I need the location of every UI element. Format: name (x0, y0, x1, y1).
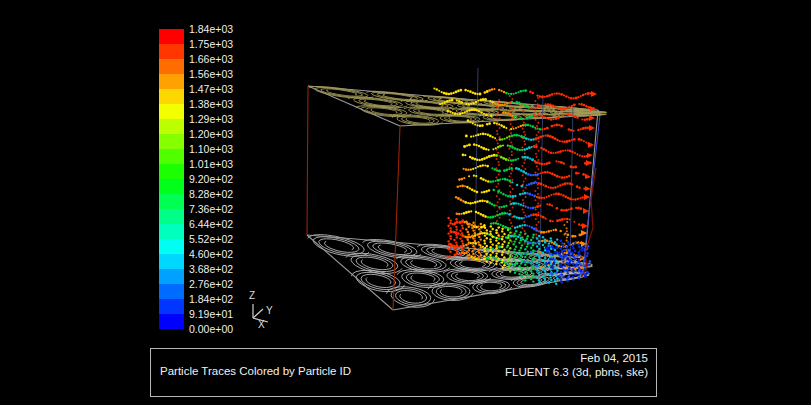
colorbar-band (159, 59, 184, 74)
trace-arrowhead (586, 160, 592, 166)
colorbar (159, 29, 184, 329)
scene-3d-canvas[interactable] (0, 0, 811, 405)
colorbar-tick-label: 5.52e+02 (189, 234, 233, 245)
box-edge (307, 235, 393, 310)
colorbar-tick-label: 4.60e+02 (189, 249, 233, 260)
axis-triad-line (253, 309, 263, 318)
colorbar-band (159, 239, 184, 254)
axis-label-z: Z (249, 291, 255, 301)
colorbar-band (159, 314, 184, 329)
colorbar-tick-label: 1.84e+02 (189, 294, 233, 305)
colorbar-tick-label: 1.56e+03 (189, 69, 233, 80)
trace-arrowhead (583, 208, 589, 214)
colorbar-band (159, 104, 184, 119)
colorbar-band (159, 194, 184, 209)
colorbar-band (159, 254, 184, 269)
box-edge (307, 86, 308, 235)
colorbar-tick-label: 1.47e+03 (189, 84, 233, 95)
colorbar-tick-label: 1.84e+03 (189, 24, 233, 35)
plot-date: Feb 04, 2015 (505, 352, 648, 366)
colorbar-tick-label: 2.76e+02 (189, 279, 233, 290)
colorbar-band (159, 134, 184, 149)
bottom-face-swirls (308, 235, 593, 308)
colorbar-band (159, 224, 184, 239)
colorbar-tick-label: 1.29e+03 (189, 114, 233, 125)
colorbar-band (159, 89, 184, 104)
box-edge (393, 126, 400, 310)
solver-version: FLUENT 6.3 (3d, pbns, ske) (505, 366, 648, 380)
colorbar-band (159, 44, 184, 59)
colorbar-tick-label: 1.01e+03 (189, 159, 233, 170)
colorbar-band (159, 149, 184, 164)
colorbar-band (159, 209, 184, 224)
colorbar-tick-label: 0.00e+00 (189, 324, 233, 335)
caption-box: Particle Traces Colored by Particle ID F… (150, 348, 657, 397)
colorbar-tick-label: 7.36e+02 (189, 204, 233, 215)
trace-arrowhead (587, 153, 593, 158)
axis-label-x: X (258, 320, 265, 330)
axis-label-y: Y (266, 306, 273, 316)
colorbar-band (159, 269, 184, 284)
colorbar-tick-label: 3.68e+02 (189, 264, 233, 275)
trace-arrowhead (585, 174, 591, 179)
trace-arrowhead (591, 91, 597, 97)
colorbar-tick-label: 1.75e+03 (189, 39, 233, 50)
colorbar-tick-label: 9.19e+01 (189, 309, 233, 320)
colorbar-band (159, 284, 184, 299)
colorbar-band (159, 29, 184, 44)
colorbar-tick-label: 1.10e+03 (189, 144, 233, 155)
colorbar-tick-label: 8.28e+02 (189, 189, 233, 200)
colorbar-tick-label: 1.20e+03 (189, 129, 233, 140)
trace-arrowhead (584, 194, 590, 200)
colorbar-tick-label: 6.44e+02 (189, 219, 233, 230)
colorbar-band (159, 164, 184, 179)
colorbar-band (159, 119, 184, 134)
trace-arrowhead (589, 125, 595, 131)
colorbar-band (159, 299, 184, 314)
colorbar-tick-label: 9.20e+02 (189, 174, 233, 185)
colorbar-band (159, 74, 184, 89)
colorbar-tick-label: 1.38e+03 (189, 99, 233, 110)
colorbar-tick-label: 1.66e+03 (189, 54, 233, 65)
trace-arrowhead (581, 230, 587, 236)
trace-arrowhead (588, 142, 594, 148)
plot-title: Particle Traces Colored by Particle ID (160, 365, 351, 377)
graphics-window: 1.84e+031.75e+031.66e+031.56e+031.47e+03… (0, 0, 811, 405)
colorbar-band (159, 179, 184, 194)
trace-arrowhead (585, 186, 591, 191)
